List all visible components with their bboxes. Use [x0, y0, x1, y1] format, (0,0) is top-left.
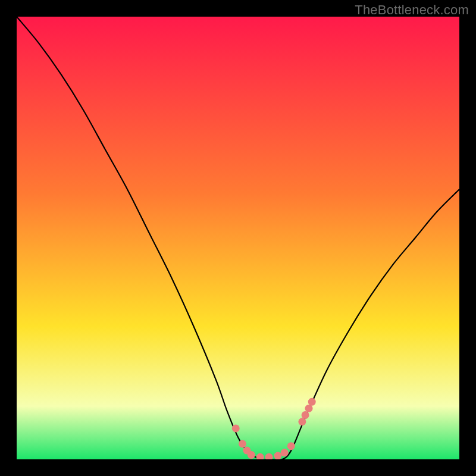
data-dot — [308, 398, 316, 406]
watermark-text: TheBottleneck.com — [355, 2, 469, 18]
data-dot — [298, 418, 306, 425]
data-dot — [265, 453, 273, 461]
chart-frame: TheBottleneck.com — [0, 0, 476, 476]
data-dot — [287, 442, 295, 450]
data-dot — [239, 440, 246, 447]
data-dot — [305, 405, 313, 412]
data-dot — [232, 424, 240, 432]
bottleneck-chart — [0, 0, 476, 476]
data-dot — [248, 451, 255, 459]
plot-background — [17, 17, 459, 459]
data-dot — [281, 449, 289, 456]
data-dot — [256, 453, 264, 461]
data-dot — [302, 411, 309, 419]
data-dot — [274, 452, 281, 460]
